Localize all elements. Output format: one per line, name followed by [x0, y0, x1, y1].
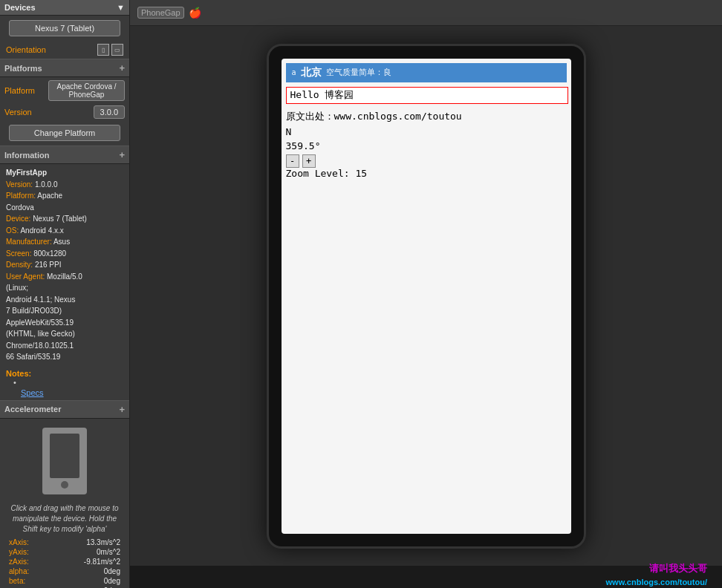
logo-area: PhoneGap 🍎	[137, 7, 201, 19]
orientation-label: Orientation	[6, 45, 46, 54]
xaxis-label: xAxis:	[9, 538, 29, 546]
platform-value: Apache Cordova / PhoneGap	[48, 80, 125, 101]
compass-deg: 359.5°	[286, 140, 567, 151]
device-button-shape	[61, 481, 68, 489]
app-topbar: a 北京 空气质量简单：良	[286, 63, 567, 82]
alpha-value: 0deg	[104, 567, 120, 575]
information-plus-icon[interactable]: +	[119, 149, 125, 160]
watermark-1: 请叫我头头哥	[649, 562, 707, 575]
devices-arrow: ▼	[117, 3, 125, 12]
gamma-row: gamma: 0deg	[6, 586, 123, 589]
tablet-screen: a 北京 空气质量简单：良 原文出处：www.cnblogs.com/touto…	[282, 59, 571, 534]
accelerometer-section: Click and drag with the mouse to manipul…	[0, 419, 129, 589]
specs-bullet: • Specs	[13, 378, 123, 397]
left-panel: Devices ▼ Nexus 7 (Tablet) Orientation ▯…	[0, 0, 130, 588]
platforms-label: Platforms	[4, 64, 42, 73]
orientation-icons: ▯ ▭	[97, 44, 123, 56]
density-info-line: Density: 216 PPI	[6, 259, 123, 271]
watermark-2: www.cnblogs.com/toutou/	[606, 578, 707, 587]
accelerometer-label: Accelerometer	[4, 405, 61, 414]
source-text-line: 原文出处：www.cnblogs.com/toutou	[286, 110, 567, 123]
accelerometer-plus-icon[interactable]: +	[119, 404, 125, 415]
app-name: MyFirstApp	[6, 167, 123, 179]
device-screen-shape	[50, 434, 79, 478]
devices-section-header: Devices ▼	[0, 0, 129, 16]
zoom-plus-button[interactable]: +	[302, 154, 316, 168]
device-select-button[interactable]: Nexus 7 (Tablet)	[9, 20, 120, 36]
information-content: MyFirstApp Version: 1.0.0.0 Platform: Ap…	[0, 164, 129, 366]
portrait-icon[interactable]: ▯	[97, 44, 109, 56]
landscape-icon[interactable]: ▭	[111, 44, 123, 56]
zaxis-label: zAxis:	[9, 558, 29, 566]
zoom-minus-button[interactable]: -	[286, 154, 299, 168]
yaxis-value: 0m/s^2	[97, 548, 120, 556]
useragent-info-line: User Agent: Mozilla/5.0(Linux;Android 4.…	[6, 271, 123, 363]
platforms-plus-icon[interactable]: +	[119, 62, 125, 74]
version-row: Version 3.0.0	[0, 104, 129, 120]
beta-value: 0deg	[104, 577, 120, 585]
zoom-level-text: Zoom Level: 15	[286, 168, 567, 179]
hello-input[interactable]	[286, 87, 568, 104]
beta-row: beta: 0deg	[6, 576, 123, 586]
xaxis-row: xAxis: 13.3m/s^2	[6, 538, 123, 547]
platform-label: Platform	[4, 86, 45, 95]
device-preview-area: a 北京 空气质量简单：良 原文出处：www.cnblogs.com/touto…	[130, 26, 722, 566]
specs-link[interactable]: Specs	[21, 388, 123, 397]
topbar-letter-a: a	[292, 68, 296, 76]
zaxis-row: zAxis: -9.81m/s^2	[6, 557, 123, 566]
version-info-line: Version: 1.0.0.0	[6, 179, 123, 191]
apple-logo: 🍎	[189, 7, 201, 19]
version-value: 3.0.0	[94, 105, 125, 119]
zoom-controls: - +	[286, 154, 567, 168]
accelerometer-device-visual[interactable]	[42, 428, 87, 494]
screen-info-line: Screen: 800x1280	[6, 248, 123, 260]
notes-label: Notes:	[6, 369, 31, 378]
notes-section: Notes: • Specs	[0, 366, 129, 400]
orientation-row: Orientation ▯ ▭	[0, 41, 129, 59]
xaxis-value: 13.3m/s^2	[86, 538, 120, 546]
app-air-quality: 空气质量简单：良	[326, 67, 391, 78]
information-section-header: Information +	[0, 146, 129, 164]
compass-n: N	[286, 126, 567, 137]
manufacturer-info-line: Manufacturer: Asus	[6, 236, 123, 248]
devices-label: Devices	[4, 3, 36, 12]
device-info-line: Device: Nexus 7 (Tablet)	[6, 213, 123, 225]
version-label: Version	[4, 108, 45, 117]
tablet-frame: a 北京 空气质量简单：良 原文出处：www.cnblogs.com/touto…	[267, 44, 586, 549]
app-city-name: 北京	[301, 66, 322, 79]
yaxis-label: yAxis:	[9, 548, 29, 556]
bottom-bar: 请叫我头头哥 www.cnblogs.com/toutou/	[130, 566, 722, 588]
main-area: PhoneGap 🍎 a 北京 空气质量简单：良 原文出处：www.cnblog…	[130, 0, 722, 588]
platforms-section-header: Platforms +	[0, 59, 129, 77]
phonegap-logo: PhoneGap	[137, 7, 184, 19]
platform-info-line: Platform: ApacheCordova	[6, 190, 123, 213]
information-label: Information	[4, 151, 50, 160]
alpha-label: alpha:	[9, 567, 29, 575]
os-info-line: OS: Android 4.x.x	[6, 225, 123, 237]
zaxis-value: -9.81m/s^2	[84, 558, 120, 566]
beta-label: beta:	[9, 577, 25, 585]
accelerometer-section-header: Accelerometer +	[0, 400, 129, 419]
alpha-row: alpha: 0deg	[6, 566, 123, 576]
app-content: a 北京 空气质量简单：良 原文出处：www.cnblogs.com/touto…	[282, 59, 571, 534]
platform-row: Platform Apache Cordova / PhoneGap	[0, 77, 129, 104]
top-toolbar: PhoneGap 🍎	[130, 0, 722, 26]
accelerometer-hint: Click and drag with the mouse to manipul…	[6, 500, 123, 538]
change-platform-button[interactable]: Change Platform	[9, 125, 120, 141]
yaxis-row: yAxis: 0m/s^2	[6, 547, 123, 557]
